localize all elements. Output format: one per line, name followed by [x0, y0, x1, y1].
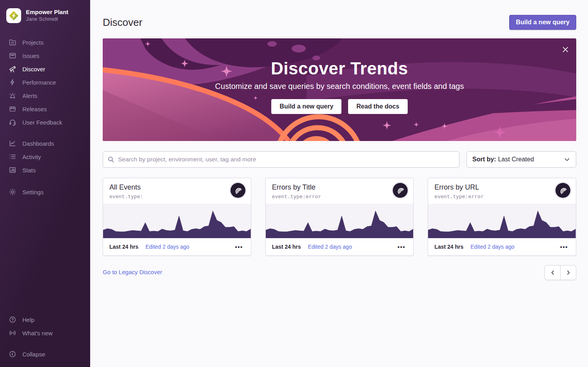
query-card-errors-by-url[interactable]: Errors by URL event.type:error Last: [428, 178, 576, 256]
broadcast-icon: [9, 329, 16, 337]
card-title: Errors by Title: [272, 183, 389, 192]
sidebar-item-help[interactable]: Help: [0, 313, 90, 326]
sidebar-item-label: Performance: [22, 79, 56, 86]
sidebar-item-label: Help: [22, 316, 34, 323]
card-footer: Last 24 hrs Edited 2 days ago •••: [266, 238, 414, 255]
sidebar-item-label: Projects: [22, 39, 44, 46]
page-header: Discover Build a new query: [103, 15, 576, 30]
sidebar: Empower Plant Jane Schmidt Projects Issu…: [0, 0, 90, 367]
empower-plant-logo-icon: [6, 8, 21, 23]
banner-buttons: Build a new query Read the docs: [103, 99, 576, 114]
query-card-all-events[interactable]: All Events event.type: Last 24 hrs: [103, 178, 251, 256]
sparkline-chart: [103, 204, 251, 238]
sidebar-item-label: Dashboards: [22, 140, 54, 147]
sidebar-item-label: Activity: [22, 154, 41, 160]
org-switcher[interactable]: Empower Plant Jane Schmidt: [0, 5, 90, 26]
card-query-string: event.type:: [109, 193, 227, 199]
nav-divider-gap: [0, 177, 90, 185]
bottom-row: Go to Legacy Discover: [103, 265, 576, 280]
performance-lightning-icon: [9, 78, 16, 86]
card-time-range: Last 24 hrs: [434, 244, 463, 250]
sidebar-item-label: Stats: [22, 167, 36, 174]
sentry-logo-icon: [233, 186, 243, 195]
prev-page-button[interactable]: [544, 265, 561, 280]
sidebar-item-label: Collapse: [22, 351, 45, 358]
banner-build-query-button[interactable]: Build a new query: [271, 99, 341, 114]
user-name: Jane Schmidt: [26, 16, 68, 23]
card-time-range: Last 24 hrs: [109, 244, 138, 250]
card-time-range: Last 24 hrs: [272, 244, 301, 250]
search-container: [103, 151, 459, 168]
card-header: All Events event.type:: [103, 178, 251, 204]
sentry-logo-icon: [558, 186, 568, 195]
sidebar-spacer: [0, 199, 90, 304]
banner-subtitle: Customize and save queries by search con…: [103, 82, 576, 91]
sidebar-item-releases[interactable]: Releases: [0, 102, 90, 116]
card-title: Errors by URL: [434, 183, 552, 192]
sidebar-item-settings[interactable]: Settings: [0, 185, 90, 199]
sidebar-footer-nav: Help What's new Collapse: [0, 313, 90, 361]
more-options-icon[interactable]: •••: [559, 242, 570, 252]
sidebar-item-user-feedback[interactable]: User Feedback: [0, 116, 90, 129]
banner-content: Discover Trends Customize and save queri…: [103, 38, 576, 114]
more-options-icon[interactable]: •••: [396, 242, 407, 252]
sidebar-item-collapse[interactable]: Collapse: [0, 347, 90, 361]
sparkline-chart: [266, 204, 414, 238]
collapse-chevron-icon: [9, 350, 16, 358]
gear-icon: [9, 188, 16, 196]
banner-read-docs-button[interactable]: Read the docs: [348, 99, 407, 114]
main-content: Discover Build a new query: [90, 0, 588, 367]
card-footer: Last 24 hrs Edited 2 days ago •••: [103, 238, 251, 255]
banner-title: Discover Trends: [103, 59, 576, 78]
releases-box-icon: [9, 105, 16, 113]
sidebar-item-activity[interactable]: Activity: [0, 150, 90, 163]
sidebar-item-discover[interactable]: Discover: [0, 62, 90, 76]
sidebar-item-whats-new[interactable]: What's new: [0, 326, 90, 340]
card-edited-text: Edited 2 days ago: [308, 244, 352, 250]
sentry-logo-avatar: [230, 183, 245, 198]
build-new-query-button[interactable]: Build a new query: [509, 15, 576, 30]
org-name: Empower Plant: [26, 9, 68, 16]
sort-label: Sort by:: [472, 156, 496, 163]
sort-dropdown[interactable]: Sort by: Last Created: [466, 151, 576, 168]
close-icon[interactable]: [560, 44, 571, 55]
legacy-discover-link[interactable]: Go to Legacy Discover: [103, 269, 162, 275]
card-edited-text: Edited 2 days ago: [470, 244, 514, 250]
chevron-right-icon: [565, 269, 572, 276]
nav-divider-gap: [0, 340, 90, 347]
sidebar-item-issues[interactable]: Issues: [0, 49, 90, 62]
query-card-errors-by-title[interactable]: Errors by Title event.type:error Las: [265, 178, 414, 256]
sidebar-item-dashboards[interactable]: Dashboards: [0, 137, 90, 150]
card-header: Errors by Title event.type:error: [266, 178, 414, 204]
pagination: [544, 265, 576, 280]
alerts-siren-icon: [9, 92, 16, 99]
sidebar-item-label: Releases: [22, 106, 47, 112]
sidebar-item-label: What's new: [22, 330, 53, 336]
card-edited-text: Edited 2 days ago: [145, 244, 189, 250]
card-query-string: event.type:error: [272, 193, 389, 199]
more-options-icon[interactable]: •••: [233, 242, 244, 252]
sparkline-chart: [428, 204, 576, 238]
sidebar-item-stats[interactable]: Stats: [0, 163, 90, 177]
card-title: All Events: [109, 183, 227, 192]
sidebar-item-label: Issues: [22, 52, 39, 59]
sentry-logo-avatar: [555, 183, 570, 198]
sidebar-item-label: Discover: [22, 66, 45, 72]
sidebar-item-performance[interactable]: Performance: [0, 76, 90, 89]
chevron-down-icon: [564, 156, 570, 163]
sidebar-item-label: Settings: [22, 189, 44, 195]
search-input[interactable]: [103, 151, 459, 168]
discover-telescope-icon: [9, 65, 16, 73]
help-question-icon: [9, 316, 16, 324]
dashboards-chart-icon: [9, 139, 16, 147]
nav-divider-gap: [0, 129, 90, 137]
sidebar-item-alerts[interactable]: Alerts: [0, 89, 90, 102]
card-footer: Last 24 hrs Edited 2 days ago •••: [428, 238, 576, 255]
page-title: Discover: [103, 16, 142, 29]
sidebar-item-projects[interactable]: Projects: [0, 36, 90, 49]
chevron-left-icon: [550, 269, 556, 276]
sentry-logo-icon: [396, 186, 405, 195]
card-header: Errors by URL event.type:error: [428, 178, 576, 204]
card-query-string: event.type:error: [434, 193, 552, 199]
next-page-button[interactable]: [560, 265, 576, 280]
